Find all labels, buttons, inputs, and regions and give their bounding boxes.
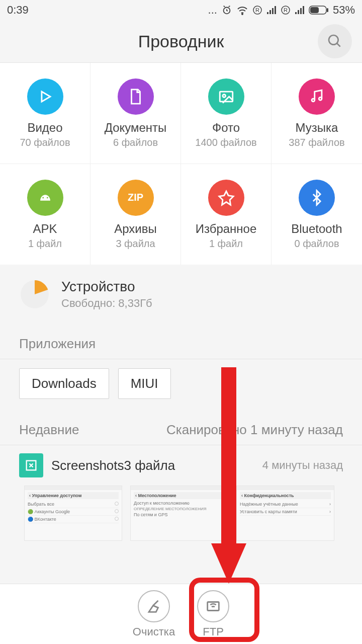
- svg-rect-13: [303, 6, 304, 14]
- thumbnail-3[interactable]: ‹ Конфиденциальность Надёжные учётные да…: [236, 486, 334, 541]
- category-bluetooth[interactable]: Bluetooth 0 файлов: [272, 164, 362, 265]
- svg-point-1: [242, 14, 243, 15]
- category-music[interactable]: Музыка 387 файлов: [272, 63, 362, 164]
- category-label: Bluetooth: [291, 222, 342, 236]
- svg-rect-4: [267, 12, 268, 14]
- svg-marker-18: [41, 92, 50, 102]
- ftp-label: FTP: [203, 625, 224, 638]
- category-photos[interactable]: Фото 1400 файлов: [181, 63, 272, 164]
- recent-title: Недавние: [19, 422, 79, 438]
- svg-point-20: [222, 94, 225, 97]
- wifi-icon: [236, 5, 248, 15]
- broom-icon: [138, 590, 170, 622]
- category-favorites[interactable]: Избранное 1 файл: [181, 164, 272, 265]
- storage-free: Свободно: 8,33Гб: [61, 297, 152, 310]
- category-documents[interactable]: Документы 6 файлов: [90, 63, 181, 164]
- app-title: Проводник: [138, 32, 224, 51]
- category-label: APK: [33, 222, 57, 236]
- doc-icon: [118, 78, 154, 115]
- status-right: ... R R 53%: [208, 4, 355, 17]
- recent-header: Недавние Сканировано 1 минуту назад: [0, 411, 362, 445]
- recent-item[interactable]: Screenshots3 файла 4 минуты назад ‹ Упра…: [0, 445, 362, 541]
- category-label: Документы: [105, 121, 167, 135]
- category-grid-top: Видео 70 файлов Документы 6 файлов Фото …: [0, 63, 362, 164]
- zip-icon: ZIP: [118, 180, 154, 216]
- storage-text: Устройство Свободно: 8,33Гб: [61, 279, 152, 310]
- svg-rect-15: [310, 7, 319, 13]
- apk-icon: [27, 180, 63, 216]
- svg-point-21: [312, 99, 315, 102]
- status-time: 0:39: [7, 4, 29, 17]
- storage-pie-icon: [19, 279, 50, 310]
- svg-text:R: R: [255, 7, 259, 13]
- category-count: 387 файлов: [289, 137, 344, 148]
- category-apk[interactable]: APK 1 файл: [0, 164, 90, 265]
- category-count: 0 файлов: [294, 238, 339, 250]
- category-label: Видео: [27, 121, 62, 135]
- recent-thumbnails: ‹ Управление доступом Выбрать все 🟢 Акка…: [19, 486, 343, 541]
- cleanup-button[interactable]: Очистка: [133, 590, 175, 644]
- svg-rect-10: [295, 12, 297, 14]
- alarm-icon: [221, 5, 232, 16]
- category-label: Музыка: [296, 121, 338, 135]
- svg-rect-11: [298, 10, 299, 14]
- photo-icon: [208, 78, 244, 115]
- more-icon: ...: [208, 4, 217, 17]
- recent-item-time: 4 минуты назад: [262, 459, 343, 472]
- svg-marker-25: [219, 191, 233, 205]
- apps-row: Downloads MIUI: [0, 359, 362, 411]
- svg-rect-5: [269, 10, 271, 14]
- category-count: 6 файлов: [113, 137, 158, 148]
- star-icon: [208, 180, 244, 216]
- cleanup-label: Очистка: [133, 625, 175, 638]
- category-count: 1 файл: [28, 238, 62, 250]
- category-archives[interactable]: ZIP Архивы 3 файла: [90, 164, 181, 265]
- thumbnail-2[interactable]: ‹ Местоположение Доступ к местоположению…: [130, 486, 228, 541]
- search-icon: [327, 33, 343, 49]
- storage-title: Устройство: [61, 279, 152, 295]
- screenshots-icon: [19, 453, 43, 477]
- svg-rect-6: [272, 8, 274, 14]
- signal-icon-1: [266, 6, 277, 15]
- category-label: Избранное: [196, 222, 257, 236]
- battery-percent: 53%: [333, 4, 355, 17]
- apps-section-title: Приложения: [0, 325, 362, 359]
- svg-point-24: [46, 197, 48, 198]
- music-icon: [299, 78, 335, 115]
- registered-icon-1: R: [252, 5, 262, 15]
- svg-rect-16: [327, 8, 328, 12]
- svg-text:R: R: [284, 7, 288, 13]
- ftp-icon: [197, 590, 229, 622]
- category-label: Фото: [212, 121, 240, 135]
- app-miui-button[interactable]: MIUI: [118, 368, 171, 399]
- registered-icon-2: R: [281, 5, 291, 15]
- category-count: 70 файлов: [20, 137, 70, 148]
- recent-scanned: Сканировано 1 минуту назад: [166, 422, 343, 438]
- svg-marker-30: [211, 543, 246, 584]
- bluetooth-icon: [299, 180, 335, 216]
- bottom-nav: Очистка FTP: [0, 584, 362, 644]
- svg-rect-7: [275, 6, 276, 14]
- app-header: Проводник: [0, 20, 362, 63]
- storage-section[interactable]: Устройство Свободно: 8,33Гб: [0, 265, 362, 325]
- ftp-button[interactable]: FTP: [197, 590, 229, 644]
- signal-icon-2: [295, 6, 305, 15]
- recent-item-label: Screenshots3 файла: [51, 458, 254, 473]
- category-grid-bottom: APK 1 файл ZIP Архивы 3 файла Избранное …: [0, 164, 362, 265]
- category-count: 1400 файлов: [195, 137, 256, 148]
- thumbnail-1[interactable]: ‹ Управление доступом Выбрать все 🟢 Акка…: [24, 486, 122, 541]
- search-button[interactable]: [318, 24, 352, 58]
- category-video[interactable]: Видео 70 файлов: [0, 63, 90, 164]
- app-downloads-button[interactable]: Downloads: [19, 368, 109, 399]
- svg-point-23: [42, 197, 44, 198]
- svg-rect-12: [300, 8, 302, 14]
- category-label: Архивы: [114, 222, 157, 236]
- svg-point-17: [329, 35, 338, 45]
- battery-icon: [309, 6, 329, 15]
- svg-point-22: [319, 97, 322, 100]
- status-bar: 0:39 ... R R 53%: [0, 0, 362, 20]
- category-count: 1 файл: [209, 238, 243, 250]
- category-count: 3 файла: [116, 238, 155, 250]
- play-icon: [27, 78, 63, 115]
